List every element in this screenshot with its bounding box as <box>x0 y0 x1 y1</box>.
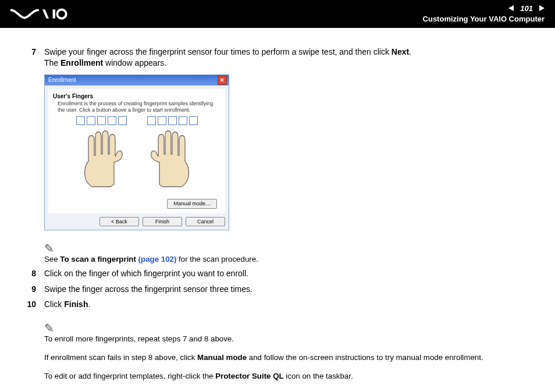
back-button[interactable]: < Back <box>99 217 139 226</box>
note2-bold-manual: Manual mode <box>197 353 247 362</box>
note2-l2a: If enrollment scan fails in step 8 above… <box>44 353 197 362</box>
note1-a: See <box>44 255 60 263</box>
left-hand-icon <box>72 126 130 190</box>
enrollment-title: Enrollment <box>48 76 76 84</box>
finger-select-box[interactable] <box>118 116 127 125</box>
finish-button[interactable]: Finish <box>143 217 182 226</box>
finger-select-box[interactable] <box>189 116 198 125</box>
right-hand <box>143 116 201 193</box>
step-number: 7 <box>23 47 36 69</box>
finger-select-box[interactable] <box>168 116 177 125</box>
page-nav: 101 <box>423 3 545 14</box>
finger-select-box[interactable] <box>179 116 187 125</box>
enrollment-titlebar: Enrollment ✕ <box>45 75 229 85</box>
finger-select-box[interactable] <box>147 116 156 125</box>
note2-bold-psql: Protector Suite QL <box>215 372 283 380</box>
step-7-bold-next: Next <box>392 47 409 56</box>
step-7-bold-enrollment: Enrollment <box>61 58 103 67</box>
page-body: 7 Swipe your finger across the fingerpri… <box>0 28 555 392</box>
step-7-line2-end: window appears. <box>103 58 166 67</box>
step-number: 8 <box>23 268 36 279</box>
prev-page-icon[interactable] <box>508 3 517 14</box>
step-7-text-end: . <box>409 47 411 56</box>
step-9: 9 Swipe the finger across the fingerprin… <box>23 284 532 295</box>
page-link-102[interactable]: (page 102) <box>138 255 177 263</box>
page-number: 101 <box>520 3 533 14</box>
step-number: 9 <box>23 284 36 295</box>
step-7: 7 Swipe your finger across the fingerpri… <box>23 47 532 69</box>
svg-point-1 <box>57 9 66 18</box>
vaio-logo <box>10 8 81 20</box>
users-fingers-desc: Enrollment is the process of creating fi… <box>58 101 220 113</box>
enrollment-window: Enrollment ✕ User's Fingers Enrollment i… <box>44 74 229 230</box>
note2-l3a: To edit or add fingerprint templates, ri… <box>44 372 215 380</box>
cancel-button[interactable]: Cancel <box>186 217 225 226</box>
note2-l2c: and follow the on-screen instructions to… <box>247 353 483 362</box>
step-number: 10 <box>23 299 36 310</box>
finger-select-box[interactable] <box>158 116 166 125</box>
note-scan-fingerprint: ✎ See To scan a fingerprint (page 102) f… <box>44 241 532 265</box>
step-8: 8 Click on the finger of which fingerpri… <box>23 268 532 279</box>
note1-b: To scan a fingerprint <box>60 255 138 263</box>
step-8-text: Click on the finger of which fingerprint… <box>44 268 248 279</box>
svg-marker-3 <box>539 5 545 11</box>
note-more-fingerprints: ✎ To enroll more fingerprints, repeat st… <box>44 320 532 382</box>
svg-rect-0 <box>53 9 55 18</box>
note2-line1: To enroll more fingerprints, repeat step… <box>44 334 532 344</box>
svg-marker-2 <box>508 5 514 11</box>
finger-select-box[interactable] <box>76 116 85 125</box>
left-hand <box>72 116 130 193</box>
step-10-a: Click <box>44 300 64 309</box>
close-icon[interactable]: ✕ <box>218 76 227 85</box>
step-10: 10 Click Finish. <box>23 299 532 310</box>
step-10-c: . <box>88 300 90 309</box>
section-title: Customizing Your VAIO Computer <box>423 14 545 24</box>
next-page-icon[interactable] <box>536 3 545 14</box>
step-10-bold-finish: Finish <box>64 300 88 309</box>
users-fingers-heading: User's Fingers <box>53 92 220 101</box>
finger-select-box[interactable] <box>87 116 95 125</box>
finger-select-box[interactable] <box>108 116 116 125</box>
note2-l3c: icon on the taskbar. <box>284 372 353 380</box>
step-7-line2: The <box>44 58 61 67</box>
note1-c: for the scan procedure. <box>176 255 258 263</box>
step-9-text: Swipe the finger across the fingerprint … <box>44 284 252 295</box>
right-hand-icon <box>143 126 201 190</box>
manual-mode-button[interactable]: Manual mode… <box>167 199 217 208</box>
page-header: 101 Customizing Your VAIO Computer <box>0 0 555 28</box>
finger-select-box[interactable] <box>97 116 106 125</box>
step-7-text: Swipe your finger across the fingerprint… <box>44 47 392 56</box>
